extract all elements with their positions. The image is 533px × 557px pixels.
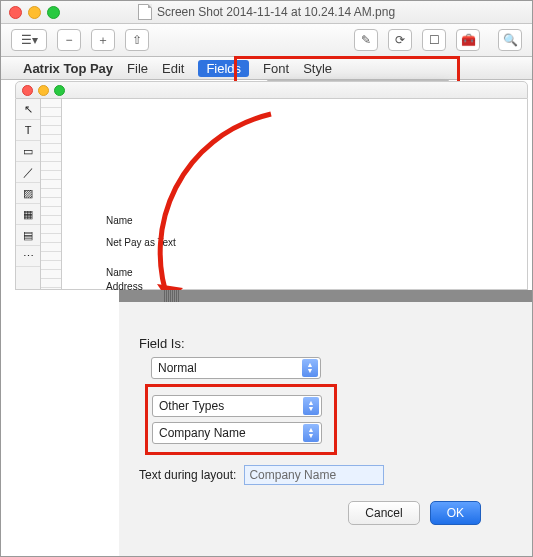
close-icon[interactable]: [9, 6, 22, 19]
menu-style[interactable]: Style: [303, 61, 332, 76]
cancel-button[interactable]: Cancel: [348, 501, 419, 525]
toolbox-button[interactable]: 🧰: [456, 29, 480, 51]
menu-fields[interactable]: Fields: [198, 60, 249, 77]
vertical-ruler: [41, 99, 62, 289]
line-tool-icon[interactable]: ／: [16, 162, 40, 183]
rect-tool-icon[interactable]: ▭: [16, 141, 40, 162]
field-label-netpay: Net Pay as Text: [106, 237, 176, 248]
document-window: ↖ T ▭ ／ ▨ ▦ ▤ ⋯ Name Net Pay as Text Nam…: [15, 81, 528, 291]
zoom-in-button[interactable]: ＋: [91, 29, 115, 51]
combo-value: Normal: [158, 361, 197, 375]
grid-tool-icon[interactable]: ▤: [16, 225, 40, 246]
app-name[interactable]: Aatrix Top Pay: [23, 61, 113, 76]
document-icon: [138, 4, 152, 20]
markup-button[interactable]: ☐: [422, 29, 446, 51]
search-button[interactable]: 🔍: [498, 29, 522, 51]
chevron-updown-icon: ▲▼: [302, 359, 318, 377]
text-during-layout-input[interactable]: [244, 465, 384, 485]
pointer-tool-icon[interactable]: ↖: [16, 99, 40, 120]
zoom-out-button[interactable]: −: [57, 29, 81, 51]
field-category-select[interactable]: Other Types ▲▼: [152, 395, 322, 417]
chevron-updown-icon: ▲▼: [303, 397, 319, 415]
annotation-box-combos: Other Types ▲▼ Company Name ▲▼: [145, 384, 337, 455]
tool-palette: ↖ T ▭ ／ ▨ ▦ ▤ ⋯: [16, 99, 41, 289]
text-during-layout-label: Text during layout:: [139, 468, 236, 482]
minimize-icon[interactable]: [28, 6, 41, 19]
menu-font[interactable]: Font: [263, 61, 289, 76]
field-label-name: Name: [106, 215, 133, 226]
ok-button[interactable]: OK: [430, 501, 481, 525]
chevron-updown-icon: ▲▼: [303, 424, 319, 442]
combo-value: Other Types: [159, 399, 224, 413]
window-titlebar: Screen Shot 2014-11-14 at 10.24.14 AM.pn…: [1, 1, 532, 24]
rotate-button[interactable]: ⟳: [388, 29, 412, 51]
toolbar: ☰▾ − ＋ ⇧ ✎ ⟳ ☐ 🧰 🔍: [1, 24, 532, 57]
menu-edit[interactable]: Edit: [162, 61, 184, 76]
field-label-name2: Name: [106, 267, 133, 278]
document-titlebar: [15, 81, 528, 99]
dialog-title: Field Is:: [139, 336, 487, 351]
misc-tool-icon[interactable]: ⋯: [16, 246, 40, 267]
field-dialog: Field Is: Normal ▲▼ Other Types ▲▼ Compa…: [137, 330, 487, 525]
text-tool-icon[interactable]: T: [16, 120, 40, 141]
fill-tool-icon[interactable]: ▨: [16, 183, 40, 204]
zoom-icon[interactable]: [47, 6, 60, 19]
annotate-button[interactable]: ✎: [354, 29, 378, 51]
window-title: Screen Shot 2014-11-14 at 10.24.14 AM.pn…: [157, 5, 395, 19]
field-tool-icon[interactable]: ▦: [16, 204, 40, 225]
traffic-lights: [9, 6, 60, 19]
menu-file[interactable]: File: [127, 61, 148, 76]
document-canvas[interactable]: Name Net Pay as Text Name Address: [62, 99, 527, 289]
zoom-icon[interactable]: [54, 85, 65, 96]
field-value-select[interactable]: Company Name ▲▼: [152, 422, 322, 444]
field-type-select[interactable]: Normal ▲▼: [151, 357, 321, 379]
dialog-backdrop: Field Is: Normal ▲▼ Other Types ▲▼ Compa…: [119, 290, 533, 557]
minimize-icon[interactable]: [38, 85, 49, 96]
close-icon[interactable]: [22, 85, 33, 96]
share-button[interactable]: ⇧: [125, 29, 149, 51]
combo-value: Company Name: [159, 426, 246, 440]
app-menubar: Aatrix Top Pay File Edit Fields Font Sty…: [1, 57, 532, 80]
sidebar-toggle-button[interactable]: ☰▾: [11, 29, 47, 51]
